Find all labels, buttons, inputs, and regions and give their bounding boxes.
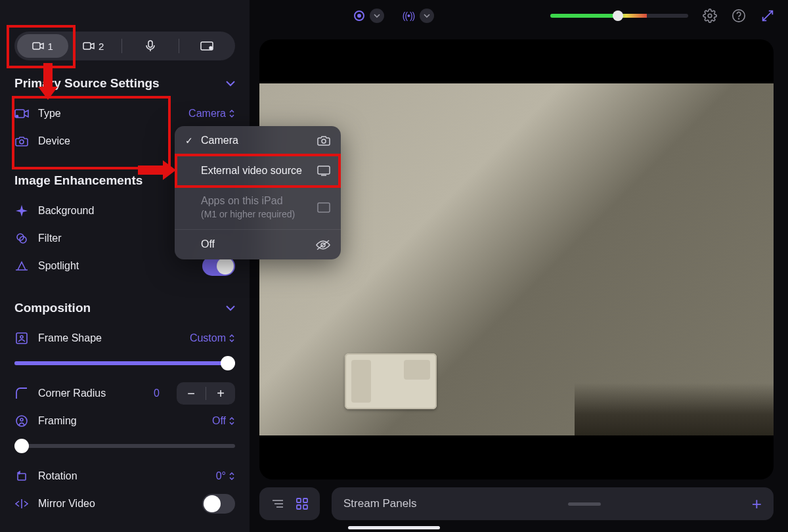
camera-icon [83,42,95,50]
svg-point-0 [708,14,712,18]
dropdown-item-camera[interactable]: ✓ Camera [175,126,341,156]
updown-icon [229,334,235,343]
topbar-center: ((•)) [354,9,435,23]
chevron-down-icon [424,14,430,18]
mirror-icon [14,499,29,509]
svg-rect-18 [297,499,301,502]
svg-rect-17 [18,474,26,480]
updown-icon [229,109,235,118]
svg-point-2 [739,18,739,19]
monitor-icon [316,166,330,176]
enhancements-title: Image Enhancements [14,173,142,188]
help-icon[interactable] [732,9,746,23]
gear-icon[interactable] [703,9,717,23]
rotation-row[interactable]: Rotation 0° [14,462,235,490]
corner-radius-label: Corner Radius [38,388,144,399]
primary-source-header[interactable]: Primary Source Settings [14,76,235,91]
divider [121,39,122,53]
type-value[interactable]: Camera [188,108,235,120]
svg-rect-21 [303,505,307,509]
type-label: Type [38,108,179,120]
composition-header[interactable]: Composition [14,301,235,315]
record-button[interactable] [354,9,384,23]
type-dropdown-menu: ✓ Camera External video source Apps on t… [175,126,341,259]
source-type-icon [14,109,29,118]
slider-knob[interactable] [14,439,29,453]
record-dropdown[interactable] [370,9,384,23]
drag-handle[interactable] [568,502,601,506]
frame-shape-value[interactable]: Custom [190,332,235,344]
mic-icon [146,40,155,52]
svg-point-22 [322,139,326,143]
bottom-bar: Stream Panels + [259,487,774,520]
expand-icon[interactable] [760,9,775,23]
type-row[interactable]: Type Camera [14,100,235,127]
svg-rect-4 [83,43,91,49]
corner-radius-row: Corner Radius 0 − + [14,380,235,407]
rotation-label: Rotation [38,470,207,482]
stream-panels-label: Stream Panels [343,497,417,510]
dropdown-off-label: Off [201,238,309,252]
dropdown-apps-label: Apps on this iPad (M1 or higher required… [201,194,309,222]
wall-shadow [575,383,774,435]
check-icon: ✓ [185,135,194,146]
stepper-plus[interactable]: + [206,382,235,405]
dropdown-item-off[interactable]: Off [175,230,341,259]
dropdown-item-external[interactable]: External video source [175,156,341,187]
tab-camera-1[interactable]: 1 [17,34,68,58]
camera-icon [316,135,330,146]
broadcast-dropdown[interactable] [420,9,434,23]
camera-icon [32,42,44,50]
framing-label: Framing [38,415,203,427]
chevron-down-icon [374,14,380,18]
audio-meter[interactable] [550,14,688,18]
updown-icon [229,416,235,426]
mirror-label: Mirror Video [38,498,193,510]
broadcast-button[interactable]: ((•)) [403,9,435,23]
meter-knob[interactable] [613,11,623,21]
corner-radius-stepper: − + [177,382,235,405]
mirror-row: Mirror Video [14,490,235,518]
svg-rect-3 [33,43,40,49]
rotation-value[interactable]: 0° [216,470,235,482]
toggle-knob [204,495,221,512]
spotlight-icon [14,261,29,271]
grid-icon[interactable] [296,498,308,510]
frame-shape-row[interactable]: Frame Shape Custom [14,324,235,352]
tab-camera-2[interactable]: 2 [68,34,120,58]
framing-value[interactable]: Off [212,415,235,427]
svg-rect-23 [318,166,330,174]
framing-row[interactable]: Framing Off [14,407,235,435]
slider-knob[interactable] [221,356,235,370]
video-preview[interactable] [259,39,774,479]
tab-camera-1-label: 1 [48,41,53,52]
tab-mic[interactable] [125,34,176,58]
broadcast-icon: ((•)) [403,11,415,21]
svg-rect-19 [303,499,307,502]
record-icon [354,11,364,21]
eye-off-icon [316,240,330,250]
home-indicator [348,526,440,529]
updown-icon [229,472,235,481]
outlet-graphic [345,353,437,409]
mirror-toggle[interactable] [202,494,235,514]
list-icon[interactable] [271,499,284,508]
stepper-minus[interactable]: − [177,382,206,405]
add-panel-button[interactable]: + [752,494,762,514]
svg-point-14 [20,336,23,338]
tab-display[interactable] [182,34,233,58]
chevron-down-icon [226,79,235,88]
svg-point-10 [20,140,24,144]
bottom-controls [259,487,320,520]
dropdown-external-label: External video source [201,164,309,178]
frame-shape-slider[interactable] [14,361,235,365]
rotation-icon [14,470,29,482]
svg-rect-20 [297,505,301,509]
framing-slider[interactable] [14,444,235,448]
chevron-down-icon [226,303,235,313]
stream-panels-bar[interactable]: Stream Panels + [332,487,774,520]
svg-rect-24 [318,203,330,212]
sidebar: 1 2 Primary Source Settings Type Camera [0,0,250,532]
ipad-icon [316,202,330,213]
source-tabs: 1 2 [14,32,235,60]
